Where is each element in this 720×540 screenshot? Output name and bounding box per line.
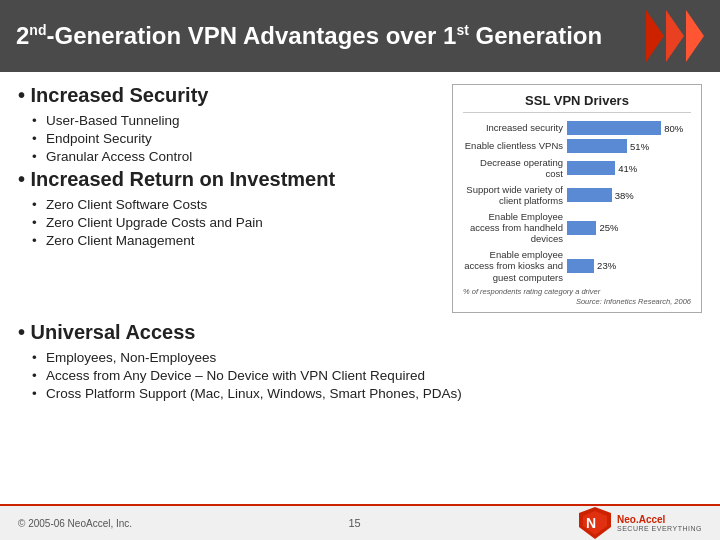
section-security: • Increased Security User-Based Tunnelin… <box>18 84 436 164</box>
chart-bar-5 <box>567 259 594 273</box>
chart-label-1: Enable clientless VPNs <box>463 140 563 151</box>
list-item: Zero Client Upgrade Costs and Pain <box>32 215 436 230</box>
chart-label-4: Enable Employee access from handheld dev… <box>463 211 563 245</box>
chart-row-4: Enable Employee access from handheld dev… <box>463 211 691 245</box>
chevron-icon-2 <box>666 10 684 62</box>
section-roi: • Increased Return on Investment Zero Cl… <box>18 168 436 248</box>
svg-text:N: N <box>586 515 596 531</box>
ssl-vpn-chart: SSL VPN Drivers Increased security 80% E… <box>452 84 702 313</box>
chart-bar-wrap-1: 51% <box>567 139 691 153</box>
page-title: 2nd-Generation VPN Advantages over 1st G… <box>16 22 636 50</box>
neoaccel-logo-text: Neo.Accel SECURE EVERYTHING <box>617 514 702 532</box>
list-item: Granular Access Control <box>32 149 436 164</box>
chart-bar-1 <box>567 139 627 153</box>
list-item: Endpoint Security <box>32 131 436 146</box>
list-item: Zero Client Software Costs <box>32 197 436 212</box>
chart-label-2: Decrease operating cost <box>463 157 563 180</box>
security-bullet-list: User-Based Tunneling Endpoint Security G… <box>18 113 436 164</box>
chart-bar-3 <box>567 188 612 202</box>
list-item: Cross Platform Support (Mac, Linux, Wind… <box>32 386 702 401</box>
chart-label-3: Support wide variety of client platforms <box>463 184 563 207</box>
section-universal: • Universal Access Employees, Non-Employ… <box>0 321 720 401</box>
section-heading-roi: • Increased Return on Investment <box>18 168 436 191</box>
chart-bar-4 <box>567 221 596 235</box>
chart-label-5: Enable employee access from kiosks and g… <box>463 249 563 283</box>
chart-bar-wrap-5: 23% <box>567 259 691 273</box>
list-item: Access from Any Device – No Device with … <box>32 368 702 383</box>
chart-pct-5: 23% <box>597 260 616 271</box>
footer: © 2005-06 NeoAccel, Inc. 15 N Neo.Accel … <box>0 504 720 540</box>
chart-bar-wrap-0: 80% <box>567 121 691 135</box>
chart-pct-0: 80% <box>664 123 683 134</box>
main-content: • Increased Security User-Based Tunnelin… <box>0 72 720 321</box>
header: 2nd-Generation VPN Advantages over 1st G… <box>0 0 720 72</box>
chart-row-5: Enable employee access from kiosks and g… <box>463 249 691 283</box>
chart-label-0: Increased security <box>463 122 563 133</box>
list-item: Employees, Non-Employees <box>32 350 702 365</box>
section-heading-security: • Increased Security <box>18 84 436 107</box>
footer-copyright: © 2005-06 NeoAccel, Inc. <box>18 518 132 529</box>
left-column: • Increased Security User-Based Tunnelin… <box>18 84 436 313</box>
chart-title: SSL VPN Drivers <box>463 93 691 113</box>
chart-row-1: Enable clientless VPNs 51% <box>463 139 691 153</box>
section-heading-universal: • Universal Access <box>18 321 702 344</box>
chart-pct-4: 25% <box>599 222 618 233</box>
chart-footnote: % of respondents rating category a drive… <box>463 287 691 296</box>
chart-bar-2 <box>567 161 615 175</box>
chart-bar-wrap-4: 25% <box>567 221 691 235</box>
chevron-icon-1 <box>646 10 664 62</box>
chart-pct-3: 38% <box>615 190 634 201</box>
list-item: User-Based Tunneling <box>32 113 436 128</box>
neoaccel-logo-icon: N <box>577 505 613 540</box>
chart-bar-wrap-2: 41% <box>567 161 691 175</box>
roi-bullet-list: Zero Client Software Costs Zero Client U… <box>18 197 436 248</box>
footer-logo: N Neo.Accel SECURE EVERYTHING <box>577 505 702 540</box>
chart-bar-0 <box>567 121 661 135</box>
chart-pct-2: 41% <box>618 163 637 174</box>
chevron-icon-3 <box>686 10 704 62</box>
list-item: Zero Client Management <box>32 233 436 248</box>
chart-pct-1: 51% <box>630 141 649 152</box>
chart-row-2: Decrease operating cost 41% <box>463 157 691 180</box>
chart-row-3: Support wide variety of client platforms… <box>463 184 691 207</box>
footer-page-number: 15 <box>348 517 360 529</box>
chart-source: Source: Infonetics Research, 2006 <box>463 297 691 306</box>
chart-bar-wrap-3: 38% <box>567 188 691 202</box>
chart-row-0: Increased security 80% <box>463 121 691 135</box>
chart-column: SSL VPN Drivers Increased security 80% E… <box>452 84 702 313</box>
universal-bullet-list: Employees, Non-Employees Access from Any… <box>18 350 702 401</box>
chevron-decoration <box>646 10 704 62</box>
